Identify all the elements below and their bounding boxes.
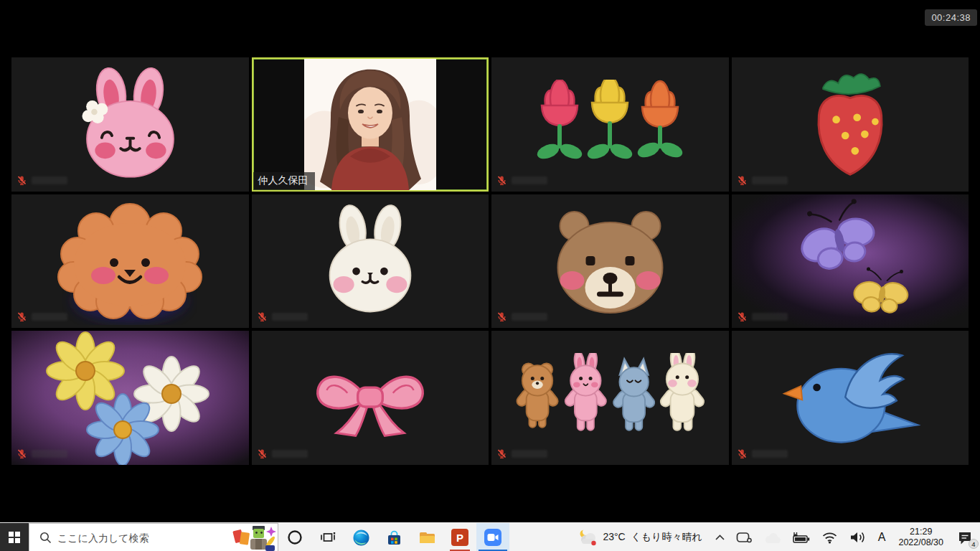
muted-mic-icon: [737, 175, 748, 186]
video-tile-pink-rabbit[interactable]: [11, 57, 249, 192]
cloud-icon: [763, 532, 781, 544]
pink-bow-patch: [302, 353, 438, 443]
weather-text: 23°C くもり時々晴れ: [603, 531, 702, 544]
video-tile-bird[interactable]: [732, 331, 969, 465]
search-highlight-art[interactable]: [231, 524, 277, 551]
start-button[interactable]: [0, 523, 29, 551]
muted-mic-icon: [737, 311, 748, 322]
action-center-button[interactable]: 4: [950, 523, 980, 551]
task-view-icon: [319, 529, 336, 546]
video-tile-white-rabbit[interactable]: [252, 194, 489, 329]
muted-mic-icon: [257, 311, 268, 322]
muted-mic-icon: [496, 175, 507, 186]
volume-button[interactable]: [844, 523, 872, 551]
participant-name-faint: [512, 176, 547, 184]
brown-bear-patch: [540, 202, 680, 320]
file-explorer-button[interactable]: [410, 523, 443, 551]
video-tile-tulips[interactable]: [491, 57, 729, 192]
orange-poodle-patch: [47, 197, 212, 326]
speaker-icon: [849, 530, 866, 545]
plush-dolls-patch: [502, 353, 717, 443]
taskbar-clock[interactable]: 21:29 2022/08/30: [892, 527, 950, 548]
strawberry-patch: [796, 67, 904, 182]
zoom-icon: [484, 529, 501, 546]
muted-mic-icon: [737, 448, 748, 459]
participant-name-faint: [752, 313, 788, 321]
daisies-patch: [29, 331, 230, 465]
muted-mic-icon: [496, 311, 507, 322]
battery-button[interactable]: [787, 523, 816, 551]
windows-taskbar: P 2: [0, 522, 980, 551]
video-tile-strawberry[interactable]: [732, 57, 969, 192]
participant-name-faint: [752, 176, 788, 184]
video-grid: 仲人久保田: [11, 57, 969, 465]
device-icon: [736, 531, 752, 545]
tray-device-button[interactable]: [730, 523, 758, 551]
muted-mic-icon: [496, 448, 507, 459]
store-icon: [385, 529, 403, 547]
white-rabbit-patch: [309, 200, 431, 322]
task-view-button[interactable]: [311, 523, 344, 551]
taskbar-search: [29, 523, 278, 551]
muted-mic-icon: [17, 448, 27, 459]
edge-icon: [352, 529, 370, 547]
tray-overflow-chevron[interactable]: [710, 523, 730, 551]
search-input[interactable]: [52, 532, 231, 544]
participant-name-faint: [272, 313, 308, 321]
cortana-button[interactable]: [278, 523, 311, 551]
video-tile-butterflies[interactable]: [732, 194, 969, 329]
onedrive-button[interactable]: [758, 523, 787, 551]
blue-bird-patch: [775, 344, 925, 452]
butterflies-patch: [732, 194, 969, 329]
meeting-timer: 00:24:38: [925, 9, 977, 26]
video-tile-daisies[interactable]: [11, 331, 249, 465]
woman-portrait: [304, 58, 436, 190]
muted-mic-icon: [17, 311, 27, 322]
ime-mode-indicator[interactable]: A: [872, 531, 892, 544]
zoom-meeting-window: 00:24:38: [0, 0, 980, 551]
muted-mic-icon: [17, 175, 27, 186]
participant-name-faint: [272, 450, 308, 458]
cortana-icon: [287, 529, 303, 545]
participant-name-faint: [32, 313, 67, 321]
speaker-name-label: 仲人久保田: [253, 172, 315, 190]
clock-time: 21:29: [898, 527, 943, 537]
store-button[interactable]: [377, 523, 410, 551]
video-tile-bow[interactable]: [252, 331, 489, 465]
participant-name-faint: [752, 450, 788, 458]
weather-icon: [578, 528, 597, 547]
chevron-up-icon: [715, 534, 725, 540]
search-icon: [39, 532, 52, 544]
muted-mic-icon: [257, 448, 268, 459]
file-explorer-icon: [418, 528, 436, 547]
participant-name-faint: [32, 450, 67, 458]
wifi-icon: [821, 531, 838, 544]
weather-widget[interactable]: 23°C くもり時々晴れ: [570, 523, 709, 551]
clock-date: 2022/08/30: [898, 537, 943, 548]
notification-count-badge: 4: [969, 539, 979, 549]
participant-name-faint: [512, 313, 547, 321]
video-tile-plush-dolls[interactable]: [491, 331, 729, 465]
video-tile-poodle[interactable]: [11, 194, 249, 329]
participant-name-faint: [32, 176, 67, 184]
zoom-app-button[interactable]: [476, 523, 509, 551]
powerpoint-icon: P: [451, 529, 468, 546]
windows-logo-icon: [9, 532, 20, 543]
system-tray: 23°C くもり時々晴れ: [570, 523, 980, 551]
powerpoint-button[interactable]: P: [443, 523, 476, 551]
pink-rabbit-patch: [57, 63, 204, 185]
battery-icon: [793, 530, 810, 545]
video-tile-bear[interactable]: [491, 194, 729, 329]
tulips-patch: [527, 80, 692, 169]
participant-name-faint: [512, 450, 547, 458]
video-tile-active-speaker[interactable]: 仲人久保田: [252, 57, 489, 192]
speaker-photo: [304, 59, 436, 190]
edge-button[interactable]: [344, 523, 377, 551]
network-button[interactable]: [816, 523, 844, 551]
